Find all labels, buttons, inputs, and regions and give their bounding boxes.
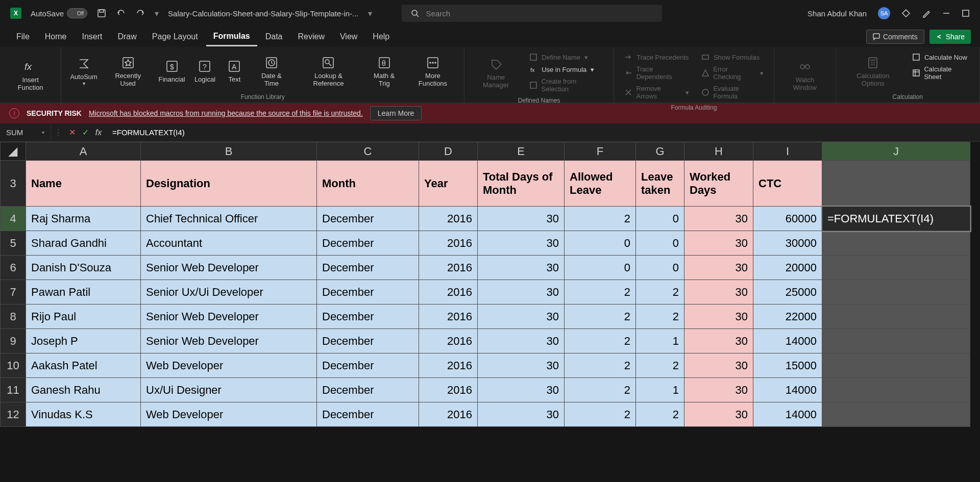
minimize-icon[interactable]: [942, 9, 950, 17]
row-header-11[interactable]: 11: [1, 378, 26, 402]
filename[interactable]: Salary-Calculation-Sheet-and-Salary-Slip…: [168, 9, 358, 18]
cell-I5[interactable]: 30000: [753, 231, 822, 256]
date-time-button[interactable]: Date & Time: [250, 50, 293, 92]
menu-view[interactable]: View: [333, 28, 364, 45]
cell-G4[interactable]: 0: [636, 207, 684, 231]
cell-E12[interactable]: 30: [478, 402, 565, 427]
lookup-button[interactable]: Lookup & Reference: [295, 50, 361, 92]
cell-A4[interactable]: Raj Sharma: [26, 207, 141, 231]
row-header-8[interactable]: 8: [1, 305, 26, 329]
cell-A7[interactable]: Pawan Patil: [26, 280, 141, 305]
cell-F5[interactable]: 0: [565, 231, 636, 256]
cell-G5[interactable]: 0: [636, 231, 684, 256]
cell-I7[interactable]: 25000: [753, 280, 822, 305]
cell-G6[interactable]: 0: [636, 256, 684, 280]
cell-B6[interactable]: Senior Web Developer: [141, 256, 317, 280]
financial-button[interactable]: $Financial: [155, 50, 188, 92]
menu-review[interactable]: Review: [291, 28, 332, 45]
row-header-10[interactable]: 10: [1, 353, 26, 378]
cell-E9[interactable]: 30: [478, 329, 565, 353]
column-header-B[interactable]: B: [141, 142, 317, 161]
cell-C7[interactable]: December: [317, 280, 419, 305]
save-icon[interactable]: [96, 8, 107, 18]
pen-icon[interactable]: [922, 9, 931, 18]
cell-J5[interactable]: [822, 231, 970, 256]
learn-more-button[interactable]: Learn More: [370, 106, 422, 120]
menu-insert[interactable]: Insert: [75, 28, 109, 45]
cell-I11[interactable]: 14000: [753, 378, 822, 402]
comments-button[interactable]: Comments: [866, 30, 924, 44]
cell-A10[interactable]: Aakash Patel: [26, 353, 141, 378]
cell-H4[interactable]: 30: [684, 207, 753, 231]
cell-F12[interactable]: 2: [565, 402, 636, 427]
header-cell-year[interactable]: Year: [419, 161, 478, 207]
cell-G11[interactable]: 1: [636, 378, 684, 402]
cell-J11[interactable]: [822, 378, 970, 402]
cell-B4[interactable]: Chief Technical Officer: [141, 207, 317, 231]
column-header-J[interactable]: J: [822, 142, 970, 161]
row-header-6[interactable]: 6: [1, 256, 26, 280]
cell-I12[interactable]: 14000: [753, 402, 822, 427]
column-header-E[interactable]: E: [478, 142, 565, 161]
cell-A12[interactable]: Vinudas K.S: [26, 402, 141, 427]
cell-J4[interactable]: =FORMULATEXT(I4): [822, 207, 970, 231]
share-button[interactable]: Share: [929, 30, 971, 44]
cell-F11[interactable]: 2: [565, 378, 636, 402]
cell-E4[interactable]: 30: [478, 207, 565, 231]
avatar[interactable]: SA: [878, 7, 890, 19]
cell-I4[interactable]: 60000: [753, 207, 822, 231]
formula-input[interactable]: =FORMULATEXT(I4): [105, 128, 980, 137]
cell-H9[interactable]: 30: [684, 329, 753, 353]
header-cell-leave_taken[interactable]: Leave taken: [636, 161, 684, 207]
column-header-D[interactable]: D: [419, 142, 478, 161]
cell-B8[interactable]: Senior Web Developer: [141, 305, 317, 329]
autosave-state[interactable]: Off: [67, 8, 87, 18]
cell-G8[interactable]: 2: [636, 305, 684, 329]
cell-J6[interactable]: [822, 256, 970, 280]
maximize-icon[interactable]: [962, 9, 970, 17]
cell-B11[interactable]: Ux/Ui Designer: [141, 378, 317, 402]
cell-E8[interactable]: 30: [478, 305, 565, 329]
menu-home[interactable]: Home: [38, 28, 74, 45]
cell-G12[interactable]: 2: [636, 402, 684, 427]
text-button[interactable]: AText: [221, 50, 248, 92]
cancel-button[interactable]: ✕: [65, 128, 79, 137]
column-header-H[interactable]: H: [684, 142, 753, 161]
column-header-A[interactable]: A: [26, 142, 141, 161]
row-header-12[interactable]: 12: [1, 402, 26, 427]
autosave-toggle[interactable]: AutoSave Off: [31, 8, 87, 18]
insert-function-button[interactable]: fxInsert Function: [5, 50, 56, 100]
cell-J9[interactable]: [822, 329, 970, 353]
cell-D5[interactable]: 2016: [419, 231, 478, 256]
cell-D6[interactable]: 2016: [419, 256, 478, 280]
menu-formulas[interactable]: Formulas: [206, 28, 257, 46]
header-cell-name[interactable]: Name: [26, 161, 141, 207]
cell-F7[interactable]: 2: [565, 280, 636, 305]
column-header-G[interactable]: G: [636, 142, 684, 161]
cell-H5[interactable]: 30: [684, 231, 753, 256]
menu-data[interactable]: Data: [258, 28, 290, 45]
undo-icon[interactable]: [116, 8, 126, 18]
cell-C8[interactable]: December: [317, 305, 419, 329]
cell-B12[interactable]: Web Developer: [141, 402, 317, 427]
cell-H7[interactable]: 30: [684, 280, 753, 305]
cell-A5[interactable]: Sharad Gandhi: [26, 231, 141, 256]
cell-E10[interactable]: 30: [478, 353, 565, 378]
column-header-I[interactable]: I: [753, 142, 822, 161]
redo-icon[interactable]: [135, 8, 145, 18]
cell-A6[interactable]: Danish D'Souza: [26, 256, 141, 280]
logical-button[interactable]: ?Logical: [191, 50, 219, 92]
cell-J10[interactable]: [822, 353, 970, 378]
header-cell-worked_days[interactable]: Worked Days: [684, 161, 753, 207]
cell-A8[interactable]: Rijo Paul: [26, 305, 141, 329]
search-bar[interactable]: Search: [402, 5, 662, 22]
cell-H12[interactable]: 30: [684, 402, 753, 427]
column-header-F[interactable]: F: [565, 142, 636, 161]
cell-E6[interactable]: 30: [478, 256, 565, 280]
calculate-sheet-button[interactable]: Calculate Sheet: [909, 64, 972, 82]
row-header-9[interactable]: 9: [1, 329, 26, 353]
header-cell-month[interactable]: Month: [317, 161, 419, 207]
cell-D9[interactable]: 2016: [419, 329, 478, 353]
fx-button[interactable]: fx: [92, 128, 105, 137]
cell-D7[interactable]: 2016: [419, 280, 478, 305]
